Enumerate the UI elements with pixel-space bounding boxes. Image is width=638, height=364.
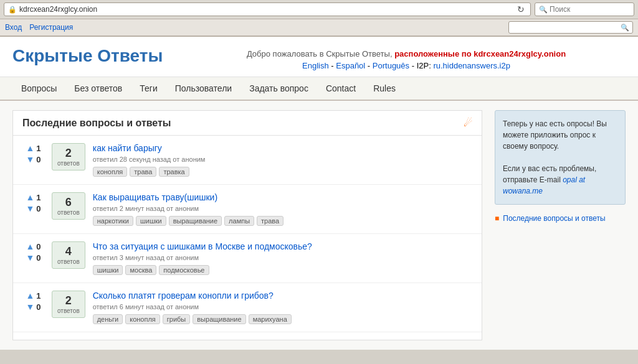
nav-search-icon[interactable]: 🔍 — [621, 24, 629, 32]
site-nav: ВопросыБез ответовТегиПользователиЗадать… — [0, 77, 638, 101]
vote-up-arrow: ▲ — [26, 192, 34, 202]
nav-search-input[interactable] — [512, 24, 621, 31]
tag[interactable]: грибы — [163, 314, 190, 324]
lang-i2p[interactable]: ru.hiddenanswers.i2p — [433, 61, 510, 70]
sidebar-promo: Теперь у нас есть опросы! Вы можете прил… — [495, 110, 626, 205]
header-right: Добро пожаловать в Скрытые Ответы, распо… — [187, 46, 626, 70]
vote-section: ▲ 1 ▼ 0 — [22, 143, 44, 164]
question-meta: ответил 2 минут назад от аноним — [93, 205, 472, 212]
nav-item-rules[interactable]: Rules — [364, 77, 404, 100]
question-title[interactable]: как найти барыгу — [93, 143, 472, 153]
answers-num: 2 — [57, 294, 80, 307]
lang-sep2: - — [368, 61, 373, 70]
vote-up-button[interactable]: ▲ 1 — [26, 143, 40, 153]
tag[interactable]: выращивание — [169, 216, 222, 226]
vote-up-count: 1 — [36, 193, 40, 202]
tag[interactable]: выращивание — [193, 314, 245, 324]
promo-text: Теперь у нас есть опросы! Вы можете прил… — [503, 118, 617, 152]
welcome-text: Добро пожаловать в Скрытые Ответы, — [247, 49, 393, 58]
lang-english[interactable]: English — [302, 61, 329, 70]
lang-espanol[interactable]: Español — [336, 61, 365, 70]
tag[interactable]: травка — [159, 167, 189, 177]
questions-section: Последние вопросы и ответы ☄ ▲ 1 ▼ 0 2 о… — [12, 110, 482, 340]
vote-down-arrow: ▼ — [26, 302, 34, 312]
question-meta: ответил 28 секунд назад от аноним — [93, 156, 472, 163]
answers-label: ответов — [57, 307, 80, 314]
question-meta: ответил 6 минут назад от аноним — [93, 303, 472, 310]
question-item: ▲ 0 ▼ 0 4 ответов Что за ситуация с шишк… — [13, 234, 482, 283]
answers-label: ответов — [57, 209, 80, 216]
questions-header: Последние вопросы и ответы ☄ — [13, 111, 482, 136]
header-welcome: Добро пожаловать в Скрытые Ответы, распо… — [187, 49, 626, 58]
tag[interactable]: шишки — [136, 216, 166, 226]
question-title[interactable]: Как выращивать траву(шишки) — [93, 192, 472, 202]
tag[interactable]: подмосковье — [159, 265, 209, 275]
questions-list: ▲ 1 ▼ 0 2 ответов как найти барыгу ответ… — [13, 136, 482, 332]
vote-up-button[interactable]: ▲ 0 — [26, 241, 40, 251]
question-title[interactable]: Сколько платят гроверам конопли и грибов… — [93, 291, 472, 301]
vote-down-button[interactable]: ▼ 0 — [26, 253, 40, 263]
vote-up-button[interactable]: ▲ 1 — [26, 291, 40, 301]
tags: наркотикишишкивыращиваниелампытрава — [93, 216, 472, 226]
login-link[interactable]: Вход — [5, 23, 22, 32]
vote-down-button[interactable]: ▼ 0 — [26, 302, 40, 312]
promo-text2: Если у вас есть проблемы, отправьте E-ma… — [503, 163, 617, 197]
nav-item-задать-вопрос[interactable]: Задать вопрос — [240, 77, 317, 100]
vote-down-count: 0 — [36, 302, 40, 312]
vote-up-button[interactable]: ▲ 1 — [26, 192, 40, 202]
tag[interactable]: шишки — [93, 265, 123, 275]
vote-up-arrow: ▲ — [26, 143, 34, 153]
tag[interactable]: лампы — [224, 216, 254, 226]
tags: деньгиконоплягрибывыращиваниемарихуана — [93, 314, 472, 324]
tag[interactable]: деньги — [93, 314, 123, 324]
tag[interactable]: трава — [130, 167, 156, 177]
vote-down-arrow: ▼ — [26, 203, 34, 213]
answers-num: 6 — [57, 196, 80, 209]
question-item: ▲ 1 ▼ 0 2 ответов Сколько платят гровера… — [13, 283, 482, 332]
tag[interactable]: марихуана — [249, 314, 292, 324]
feed-icon: ■ — [495, 214, 499, 223]
sidebar: Теперь у нас есть опросы! Вы можете прил… — [495, 110, 626, 340]
refresh-button[interactable]: ↻ — [515, 4, 526, 15]
answers-box: 4 ответов — [52, 241, 85, 269]
search-green-icon: 🔍 — [539, 6, 548, 14]
answers-box: 2 ответов — [52, 291, 85, 318]
tag[interactable]: трава — [257, 216, 283, 226]
vote-up-arrow: ▲ — [26, 291, 34, 301]
question-item: ▲ 1 ▼ 0 6 ответов Как выращивать траву(ш… — [13, 185, 482, 234]
address-bar[interactable]: 🔒 kdrcxean24rxglcy.onion ↻ — [4, 2, 531, 16]
vote-down-button[interactable]: ▼ 0 — [26, 154, 40, 164]
nav-list: ВопросыБез ответовТегиПользователиЗадать… — [12, 77, 626, 100]
main-content: Последние вопросы и ответы ☄ ▲ 1 ▼ 0 2 о… — [0, 101, 638, 350]
nav-item-вопросы[interactable]: Вопросы — [12, 77, 65, 100]
browser-chrome: 🔒 kdrcxean24rxglcy.onion ↻ 🔍 Вход Регист… — [0, 0, 638, 37]
header-langs: English - Español - Português - I2P: ru.… — [187, 61, 626, 70]
vote-down-count: 0 — [36, 253, 40, 263]
vote-down-count: 0 — [36, 155, 40, 164]
nav-item-contact[interactable]: Contact — [317, 77, 364, 100]
vote-section: ▲ 1 ▼ 0 — [22, 291, 44, 312]
tag[interactable]: конопля — [125, 314, 160, 324]
register-link[interactable]: Регистрация — [29, 23, 73, 32]
tag[interactable]: наркотики — [93, 216, 133, 226]
browser-search-bar[interactable]: 🔍 — [535, 2, 634, 16]
answers-box: 6 ответов — [52, 192, 85, 220]
tag[interactable]: конопля — [93, 167, 128, 177]
vote-section: ▲ 0 ▼ 0 — [22, 241, 44, 263]
browser-toolbar: 🔒 kdrcxean24rxglcy.onion ↻ 🔍 — [0, 0, 638, 19]
vote-down-arrow: ▼ — [26, 154, 34, 164]
nav-item-без-ответов[interactable]: Без ответов — [65, 77, 131, 100]
feed-link[interactable]: Последние вопросы и ответы — [503, 214, 605, 223]
nav-item-теги[interactable]: Теги — [131, 77, 166, 100]
lock-icon: 🔒 — [8, 6, 17, 14]
browser-search-input[interactable] — [550, 5, 631, 14]
question-body: Сколько платят гроверам конопли и грибов… — [93, 291, 472, 324]
nav-item-пользователи[interactable]: Пользователи — [166, 77, 240, 100]
vote-up-count: 0 — [36, 242, 40, 251]
question-meta: ответил 3 минут назад от аноним — [93, 254, 472, 261]
vote-down-button[interactable]: ▼ 0 — [26, 203, 40, 213]
tag[interactable]: москва — [125, 265, 156, 275]
nav-search-bar[interactable]: 🔍 — [508, 21, 633, 34]
lang-portugues[interactable]: Português — [373, 61, 409, 70]
question-title[interactable]: Что за ситуация с шишками в Москве и под… — [93, 241, 472, 251]
